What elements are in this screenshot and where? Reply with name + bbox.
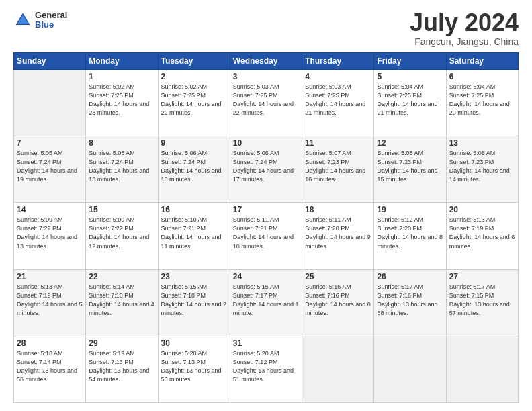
day-cell: 13Sunrise: 5:08 AM Sunset: 7:23 PM Dayli…: [446, 136, 518, 203]
day-header-monday: Monday: [86, 53, 158, 70]
day-cell: 12Sunrise: 5:08 AM Sunset: 7:23 PM Dayli…: [374, 136, 446, 203]
day-number: 15: [89, 205, 154, 214]
day-info: Sunrise: 5:12 AM Sunset: 7:20 PM Dayligh…: [377, 216, 443, 250]
logo-blue: Blue: [35, 20, 67, 30]
day-number: 31: [233, 338, 299, 348]
day-cell: [14, 70, 86, 136]
day-info: Sunrise: 5:11 AM Sunset: 7:21 PM Dayligh…: [233, 216, 299, 250]
day-number: 20: [449, 205, 515, 214]
day-info: Sunrise: 5:16 AM Sunset: 7:16 PM Dayligh…: [305, 283, 371, 318]
day-info: Sunrise: 5:05 AM Sunset: 7:24 PM Dayligh…: [17, 149, 83, 184]
day-number: 12: [377, 138, 443, 148]
day-cell: 31Sunrise: 5:20 AM Sunset: 7:12 PM Dayli…: [230, 336, 302, 402]
day-cell: 2Sunrise: 5:02 AM Sunset: 7:25 PM Daylig…: [158, 70, 230, 136]
day-cell: 19Sunrise: 5:12 AM Sunset: 7:20 PM Dayli…: [374, 203, 446, 269]
day-number: 17: [233, 205, 299, 214]
day-cell: 9Sunrise: 5:06 AM Sunset: 7:24 PM Daylig…: [158, 136, 230, 203]
day-number: 2: [161, 72, 227, 81]
day-number: 29: [89, 338, 154, 348]
day-cell: 7Sunrise: 5:05 AM Sunset: 7:24 PM Daylig…: [14, 136, 86, 203]
day-cell: 24Sunrise: 5:15 AM Sunset: 7:17 PM Dayli…: [230, 269, 302, 336]
day-number: 13: [449, 138, 515, 148]
day-header-thursday: Thursday: [302, 53, 374, 70]
day-info: Sunrise: 5:09 AM Sunset: 7:22 PM Dayligh…: [89, 216, 154, 250]
day-number: 30: [161, 338, 227, 348]
day-number: 1: [89, 72, 154, 81]
day-number: 23: [161, 272, 227, 281]
day-cell: 8Sunrise: 5:05 AM Sunset: 7:24 PM Daylig…: [86, 136, 158, 203]
week-row-4: 21Sunrise: 5:13 AM Sunset: 7:19 PM Dayli…: [14, 269, 519, 336]
day-number: 16: [161, 205, 227, 214]
day-info: Sunrise: 5:03 AM Sunset: 7:25 PM Dayligh…: [233, 83, 299, 118]
day-number: 14: [17, 205, 83, 214]
logo-icon: [13, 11, 32, 30]
week-row-1: 1Sunrise: 5:02 AM Sunset: 7:25 PM Daylig…: [14, 70, 519, 136]
day-info: Sunrise: 5:03 AM Sunset: 7:25 PM Dayligh…: [305, 83, 371, 118]
day-info: Sunrise: 5:04 AM Sunset: 7:25 PM Dayligh…: [377, 83, 443, 118]
day-number: 25: [305, 272, 371, 281]
day-info: Sunrise: 5:11 AM Sunset: 7:20 PM Dayligh…: [305, 216, 371, 250]
day-info: Sunrise: 5:20 AM Sunset: 7:13 PM Dayligh…: [161, 349, 227, 384]
day-info: Sunrise: 5:06 AM Sunset: 7:24 PM Dayligh…: [233, 149, 299, 184]
day-info: Sunrise: 5:08 AM Sunset: 7:23 PM Dayligh…: [449, 149, 515, 184]
day-cell: 26Sunrise: 5:17 AM Sunset: 7:16 PM Dayli…: [374, 269, 446, 336]
day-cell: 11Sunrise: 5:07 AM Sunset: 7:23 PM Dayli…: [302, 136, 374, 203]
day-cell: 23Sunrise: 5:15 AM Sunset: 7:18 PM Dayli…: [158, 269, 230, 336]
day-cell: 18Sunrise: 5:11 AM Sunset: 7:20 PM Dayli…: [302, 203, 374, 269]
day-headers-row: SundayMondayTuesdayWednesdayThursdayFrid…: [14, 53, 519, 70]
day-info: Sunrise: 5:19 AM Sunset: 7:13 PM Dayligh…: [89, 349, 154, 384]
day-info: Sunrise: 5:15 AM Sunset: 7:17 PM Dayligh…: [233, 283, 299, 318]
logo-general: General: [35, 11, 67, 20]
day-cell: 30Sunrise: 5:20 AM Sunset: 7:13 PM Dayli…: [158, 336, 230, 402]
day-cell: 15Sunrise: 5:09 AM Sunset: 7:22 PM Dayli…: [86, 203, 158, 269]
day-header-wednesday: Wednesday: [230, 53, 302, 70]
day-cell: 14Sunrise: 5:09 AM Sunset: 7:22 PM Dayli…: [14, 203, 86, 269]
title-area: July 2024 Fangcun, Jiangsu, China: [410, 11, 519, 47]
day-number: 19: [377, 205, 443, 214]
day-number: 4: [305, 72, 371, 81]
month-title: July 2024: [410, 11, 519, 35]
day-cell: 10Sunrise: 5:06 AM Sunset: 7:24 PM Dayli…: [230, 136, 302, 203]
day-cell: 1Sunrise: 5:02 AM Sunset: 7:25 PM Daylig…: [86, 70, 158, 136]
day-cell: 20Sunrise: 5:13 AM Sunset: 7:19 PM Dayli…: [446, 203, 518, 269]
day-cell: 4Sunrise: 5:03 AM Sunset: 7:25 PM Daylig…: [302, 70, 374, 136]
calendar-table: SundayMondayTuesdayWednesdayThursdayFrid…: [13, 52, 519, 403]
day-info: Sunrise: 5:14 AM Sunset: 7:18 PM Dayligh…: [89, 283, 154, 318]
day-cell: 25Sunrise: 5:16 AM Sunset: 7:16 PM Dayli…: [302, 269, 374, 336]
day-cell: 29Sunrise: 5:19 AM Sunset: 7:13 PM Dayli…: [86, 336, 158, 402]
day-info: Sunrise: 5:17 AM Sunset: 7:16 PM Dayligh…: [377, 283, 443, 318]
day-info: Sunrise: 5:15 AM Sunset: 7:18 PM Dayligh…: [161, 283, 227, 318]
day-number: 9: [161, 138, 227, 148]
logo: General Blue: [13, 11, 67, 30]
week-row-5: 28Sunrise: 5:18 AM Sunset: 7:14 PM Dayli…: [14, 336, 519, 402]
day-cell: 3Sunrise: 5:03 AM Sunset: 7:25 PM Daylig…: [230, 70, 302, 136]
day-number: 10: [233, 138, 299, 148]
day-cell: [302, 336, 374, 402]
day-number: 28: [17, 338, 83, 348]
day-info: Sunrise: 5:02 AM Sunset: 7:25 PM Dayligh…: [161, 83, 227, 118]
day-cell: 21Sunrise: 5:13 AM Sunset: 7:19 PM Dayli…: [14, 269, 86, 336]
day-header-tuesday: Tuesday: [158, 53, 230, 70]
day-cell: 16Sunrise: 5:10 AM Sunset: 7:21 PM Dayli…: [158, 203, 230, 269]
day-cell: 6Sunrise: 5:04 AM Sunset: 7:25 PM Daylig…: [446, 70, 518, 136]
day-cell: 27Sunrise: 5:17 AM Sunset: 7:15 PM Dayli…: [446, 269, 518, 336]
day-info: Sunrise: 5:02 AM Sunset: 7:25 PM Dayligh…: [89, 83, 154, 118]
day-info: Sunrise: 5:10 AM Sunset: 7:21 PM Dayligh…: [161, 216, 227, 250]
day-info: Sunrise: 5:13 AM Sunset: 7:19 PM Dayligh…: [449, 216, 515, 250]
day-header-friday: Friday: [374, 53, 446, 70]
day-number: 24: [233, 272, 299, 281]
day-info: Sunrise: 5:06 AM Sunset: 7:24 PM Dayligh…: [161, 149, 227, 184]
day-info: Sunrise: 5:05 AM Sunset: 7:24 PM Dayligh…: [89, 149, 154, 184]
week-row-2: 7Sunrise: 5:05 AM Sunset: 7:24 PM Daylig…: [14, 136, 519, 203]
day-header-sunday: Sunday: [14, 53, 86, 70]
day-number: 21: [17, 272, 83, 281]
day-number: 7: [17, 138, 83, 148]
day-info: Sunrise: 5:13 AM Sunset: 7:19 PM Dayligh…: [17, 283, 83, 318]
day-number: 3: [233, 72, 299, 81]
logo-text: General Blue: [35, 11, 67, 30]
header: General Blue July 2024 Fangcun, Jiangsu,…: [13, 11, 519, 47]
day-info: Sunrise: 5:04 AM Sunset: 7:25 PM Dayligh…: [449, 83, 515, 118]
day-info: Sunrise: 5:07 AM Sunset: 7:23 PM Dayligh…: [305, 149, 371, 184]
week-row-3: 14Sunrise: 5:09 AM Sunset: 7:22 PM Dayli…: [14, 203, 519, 269]
day-number: 18: [305, 205, 371, 214]
